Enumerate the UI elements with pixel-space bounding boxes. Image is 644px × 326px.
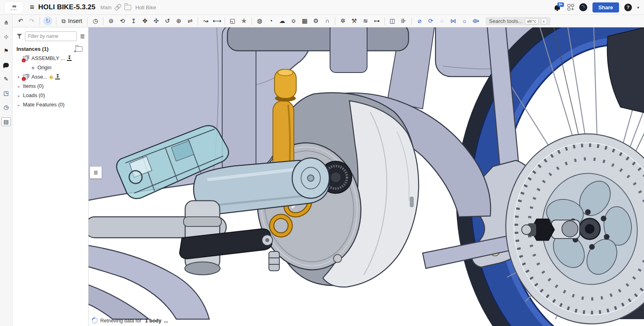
tree-item-label: Asse... (31, 74, 47, 80)
display-states-flyout-button[interactable]: ≣ (90, 166, 102, 179)
instances-header[interactable]: Instances (1) (12, 44, 88, 54)
snap-center-icon[interactable]: ⊕ (173, 15, 184, 27)
expand-chevron-icon[interactable]: › (17, 74, 21, 80)
help-icon[interactable]: ? (624, 4, 632, 11)
document-title[interactable]: HOLI BIKE-5.3.25 (38, 3, 95, 11)
spring-icon[interactable]: ≋ (360, 15, 371, 27)
collapse-pinch-icon[interactable]: ⋈ (448, 15, 459, 27)
instances-panel: ≣ Instances (1) ↓ASSEMBLY ...↧◉Origin›↓A… (12, 27, 89, 326)
assembly-3d-viewport[interactable]: ≣ Retrieving data for 1 body... (89, 27, 644, 326)
topbar: ∞ CIXI ≡ HOLI BIKE-5.3.25 Main Holi Bike… (0, 0, 644, 15)
out-of-date-badge-icon: ↓ (22, 58, 26, 62)
brand-label: CIXI (11, 9, 18, 11)
performance-stopwatch-icon[interactable]: ◷ (2, 103, 10, 111)
notifications-button[interactable]: 9+ (554, 4, 562, 11)
assembly-instance-icon: ↓ (23, 55, 29, 61)
tree-row[interactable]: ◉Origin (12, 63, 88, 72)
select-cylinder-icon[interactable]: ◔ (265, 15, 277, 27)
workspace-name[interactable]: Main (100, 4, 111, 10)
belt-chain-icon[interactable]: ⊶ (371, 15, 382, 27)
instances-tree: ↓ASSEMBLY ...↧◉Origin›↓Asse...◆↧ (12, 54, 88, 81)
tree-item-label: ASSEMBLY ... (31, 55, 65, 61)
filter-row: ≣ (12, 31, 88, 44)
rotate-about-axis-icon[interactable]: ↺ (162, 15, 173, 27)
chevron-down-icon[interactable]: ▾ (637, 5, 639, 10)
versions-cube-icon[interactable]: ◳ (2, 89, 10, 97)
link-icon[interactable] (114, 4, 122, 11)
bike-assembly-render[interactable] (89, 27, 644, 326)
history-icon[interactable]: ◷ (90, 15, 101, 27)
toolbar-divider (335, 17, 335, 25)
drawing-sheet-icon[interactable]: ◫ (387, 15, 398, 27)
exploded-view-icon[interactable]: ◌ (436, 15, 448, 27)
configurations-icon[interactable]: ⊹ (2, 33, 10, 41)
origin-icon: ◉ (31, 66, 35, 70)
explode-lasso-icon[interactable]: ⌀ (414, 15, 425, 27)
rotate-entity-icon[interactable]: ⟲ (117, 15, 128, 27)
insert-label: Insert (68, 18, 82, 24)
gear-relation-icon[interactable]: ⚙ (310, 15, 322, 27)
shortcut-key: c (541, 18, 547, 24)
infinity-logo-icon: ∞ (12, 3, 16, 9)
chevron-down-icon: ⌄ (17, 93, 21, 98)
tree-row[interactable]: ›↓Asse...◆↧ (12, 72, 88, 81)
animate-rotate-icon[interactable]: ⟳ (425, 15, 436, 27)
tree-group-header[interactable]: ⌄Items (0) (12, 81, 88, 91)
lift-part-icon[interactable]: ↥ (128, 15, 139, 27)
pattern-grid-icon[interactable]: ▦ (299, 15, 310, 27)
box-select-icon[interactable]: ◱ (227, 15, 238, 27)
publish-cloud-icon[interactable]: ☁ (277, 15, 288, 27)
clamp-magnet-icon[interactable]: ∩ (322, 15, 333, 27)
status-ellipsis: ... (164, 318, 168, 324)
group-label: Loads (0) (23, 92, 45, 98)
revolve-mate-icon[interactable]: ⊚ (105, 15, 117, 27)
notes-edit-icon[interactable]: ✎ (2, 75, 10, 83)
tree-group-header[interactable]: ⌄Mate Features (0) (12, 100, 88, 109)
path-relation-icon[interactable]: ↝ (200, 15, 211, 27)
free-move-icon[interactable]: ✣ (151, 15, 162, 27)
user-avatar[interactable] (579, 3, 587, 11)
topbar-actions: 9+ + Share ? ▾ (554, 2, 639, 12)
named-views-icon[interactable]: ✯ (238, 15, 250, 27)
snapshot-rays-icon[interactable]: ☼ (459, 15, 470, 27)
share-button[interactable]: Share (592, 2, 619, 12)
speech-bubble-icon (3, 63, 9, 67)
interference-gear-icon[interactable]: ✲ (337, 15, 349, 27)
undo-icon[interactable]: ↶ (15, 15, 26, 27)
status-emphasis: 1 body (145, 318, 161, 324)
assembly-toolbar: ↶↷↻⧉Insert◷⊚⟲↥✥✣↺⊕⇌↝⟷◱✯◍◔☁≎▦⚙∩✲⚒≋⊶◫⊪⌀⟳◌⋈… (12, 15, 644, 27)
translate-icon[interactable]: ✥ (139, 15, 151, 27)
insert-button[interactable]: ⧉Insert (58, 18, 85, 25)
filter-funnel-icon[interactable] (17, 34, 22, 39)
limit-distance-icon[interactable]: ⟷ (211, 15, 223, 27)
section-sphere-icon[interactable]: ◍ (254, 15, 265, 27)
spin-animation-icon[interactable]: ⟴ (470, 15, 481, 27)
toolbar-divider (56, 17, 56, 25)
document-path[interactable]: Holi Bike (135, 4, 156, 10)
tree-group-header[interactable]: ⌄Loads (0) (12, 91, 88, 100)
mirror-icon[interactable]: ⇌ (184, 15, 196, 27)
list-view-icon[interactable]: ≣ (80, 33, 85, 40)
search-tools-box[interactable]: Search tools...alt/⌥c (485, 17, 550, 25)
notification-badge: 9+ (557, 2, 564, 7)
part-lower-frame[interactable] (89, 201, 279, 319)
duplicate-instances-icon[interactable]: ≎ (288, 15, 299, 27)
app-switcher-icon[interactable]: + (568, 4, 574, 10)
simulation-gear-icon[interactable]: ⚒ (349, 15, 360, 27)
add-folder-icon[interactable] (76, 46, 83, 52)
cixi-logo[interactable]: ∞ CIXI (5, 2, 23, 13)
update-sync-icon[interactable]: ↻ (43, 17, 52, 25)
appearance-flag-icon[interactable]: ⚑ (2, 47, 10, 55)
out-of-date-badge-icon: ↓ (22, 77, 26, 81)
tree-row[interactable]: ↓ASSEMBLY ...↧ (12, 54, 88, 63)
measure-tools-icon[interactable]: ⊪ (398, 15, 409, 27)
assembly-instance-icon: ↓ (23, 74, 29, 80)
bom-checklist-icon[interactable]: ▤ (1, 117, 11, 126)
filter-input[interactable] (25, 31, 77, 41)
status-text: Retrieving data for (100, 318, 143, 324)
folder-icon (124, 5, 131, 10)
redo-icon[interactable]: ↷ (26, 15, 37, 27)
hierarchy-icon[interactable]: ⋔ (2, 19, 10, 27)
hamburger-menu-icon[interactable]: ≡ (30, 3, 34, 12)
comments-icon[interactable] (2, 61, 10, 69)
